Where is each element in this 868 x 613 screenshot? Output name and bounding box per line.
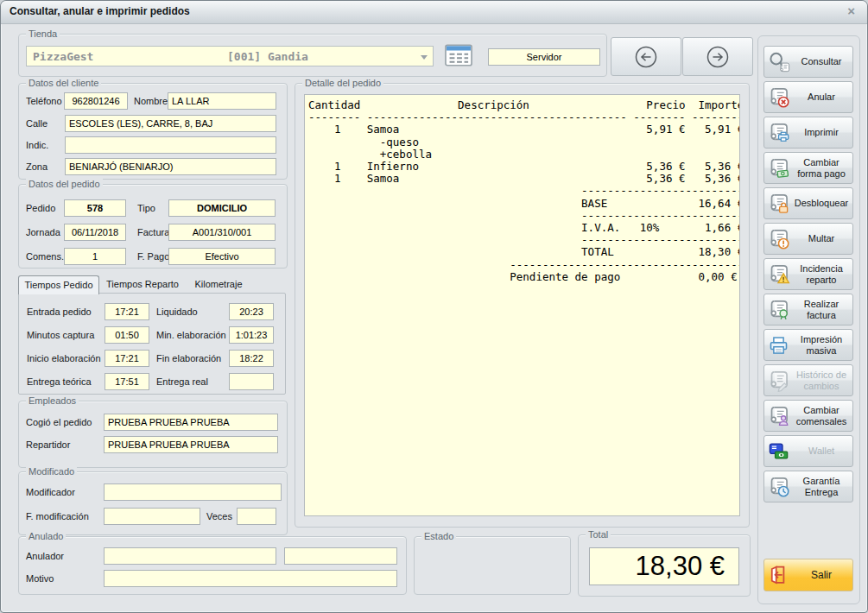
telefono-field[interactable]: 962801246 xyxy=(64,92,128,110)
impresion-masiva-printer-icon xyxy=(764,333,792,357)
cliente-group-label: Datos del cliente xyxy=(26,78,101,88)
incidencia-reparto-button[interactable]: Incidencia reparto xyxy=(763,258,853,290)
wallet-button: Wallet xyxy=(763,435,853,467)
tab-tiempos-pedido[interactable]: Tiempos Pedido xyxy=(18,275,99,294)
impresion-masiva-button[interactable]: Impresión masiva xyxy=(763,329,853,361)
entrega-teorica-label: Entrega teórica xyxy=(27,376,92,387)
desbloquear-button[interactable]: Desbloquear xyxy=(763,187,853,219)
comensales-scroll-person-icon xyxy=(764,404,792,428)
next-order-button[interactable] xyxy=(682,37,753,76)
window-title: Consultar, anular e imprimir pedidos xyxy=(10,5,190,17)
cambiar-forma-pago-scroll-money-icon xyxy=(764,156,792,180)
cliente-group: Datos del cliente Teléfono 962801246 Nom… xyxy=(18,83,288,180)
factura-field[interactable]: A001/310/001 xyxy=(168,224,276,241)
servidor-field[interactable]: Servidor xyxy=(488,48,600,66)
total-group: Total 18,30 € xyxy=(578,534,751,597)
store-combobox[interactable]: PizzaGest [001] Gandia xyxy=(26,46,434,66)
order-detail-text: Cantidad Descripción Precio Importe ----… xyxy=(304,94,740,516)
jornada-field[interactable]: 06/11/2018 xyxy=(64,224,126,241)
min-elaboracion-field[interactable]: 1:01:23 xyxy=(229,326,274,344)
detalle-group: Detalle del pedido Cantidad Descripción … xyxy=(295,83,750,528)
cogio-pedido-label: Cogió el pedido xyxy=(26,417,92,427)
tipo-field[interactable]: DOMICILIO xyxy=(168,199,276,217)
modificador-label: Modificador xyxy=(26,487,75,497)
salir-button[interactable]: Salir xyxy=(763,559,853,591)
estado-group: Estado xyxy=(414,536,571,595)
anulador-field[interactable] xyxy=(104,547,276,565)
previous-order-button[interactable] xyxy=(611,37,681,76)
modificado-group-label: Modificado xyxy=(26,466,77,477)
empleados-group: Empleados Cogió el pedido PRUEBA PRUEBA … xyxy=(18,401,288,468)
pedido-group-label: Datos del pedido xyxy=(26,179,103,189)
anular-scroll-x-icon xyxy=(764,85,792,110)
fin-elaboracion-field[interactable]: 18:22 xyxy=(229,350,274,367)
store-code: [001] Gandia xyxy=(227,50,308,63)
cambiar-comensales-button[interactable]: Cambiar comensales xyxy=(763,400,853,432)
wallet-card-money-icon xyxy=(764,439,792,464)
motivo-field[interactable] xyxy=(104,570,397,587)
realizar-factura-scroll-medal-icon xyxy=(764,298,792,322)
tab-tiempos-reparto[interactable]: Tiempos Reparto xyxy=(101,275,184,294)
desbloquear-scroll-lock-icon xyxy=(764,192,792,216)
fin-elaboracion-label: Fin elaboración xyxy=(156,353,221,363)
inicio-elaboracion-label: Inicio elaboración xyxy=(27,353,101,363)
app-window: Consultar, anular e imprimir pedidos × T… xyxy=(0,0,868,613)
entrega-real-field[interactable] xyxy=(229,373,274,390)
pedido-field[interactable]: 578 xyxy=(64,199,126,217)
exit-door-arrow-icon xyxy=(764,563,792,587)
comens-label: Comens. xyxy=(26,251,64,262)
anulador-label: Anulador xyxy=(26,551,64,561)
indic-label: Indic. xyxy=(26,140,48,150)
factura-label: Factura xyxy=(137,227,169,237)
entrada-pedido-field[interactable]: 17:21 xyxy=(105,303,149,320)
client-area: Tienda PizzaGest [001] Gandia Servidor xyxy=(1,23,867,612)
realizar-factura-button[interactable]: Realizar factura xyxy=(763,294,853,325)
modificador-field[interactable] xyxy=(104,483,282,501)
tab-kilometraje[interactable]: Kilometraje xyxy=(186,275,251,294)
anulado-group: Anulado Anulador Motivo xyxy=(18,536,407,595)
cogio-pedido-field[interactable]: PRUEBA PRUEBA PRUEBA xyxy=(104,414,278,431)
indic-field[interactable] xyxy=(65,136,276,154)
repartidor-label: Repartidor xyxy=(26,439,70,450)
cambiar-forma-pago-button[interactable]: Cambiar forma pago xyxy=(763,152,853,184)
nombre-field[interactable]: LA LLAR xyxy=(168,92,276,110)
entrega-real-label: Entrega real xyxy=(156,376,208,387)
tienda-group: Tienda PizzaGest [001] Gandia Servidor xyxy=(18,34,607,77)
pedido-group: Datos del pedido Pedido 578 Tipo DOMICIL… xyxy=(18,184,288,269)
calle-label: Calle xyxy=(26,118,48,129)
historico-cambios-button: Histórico de cambios xyxy=(763,364,853,396)
minutos-captura-field[interactable]: 01:50 xyxy=(105,326,149,344)
anulador-fecha-field[interactable] xyxy=(284,547,397,565)
garantia-entrega-button[interactable]: Garantía Entrega xyxy=(763,471,853,502)
tiempos-tabs: Tiempos Pedido Tiempos Reparto Kilometra… xyxy=(18,275,286,395)
veces-label: Veces xyxy=(206,511,232,521)
anulado-group-label: Anulado xyxy=(26,531,66,541)
jornada-label: Jornada xyxy=(26,227,60,237)
close-icon[interactable]: × xyxy=(847,3,855,18)
consultar-button[interactable]: Consultar xyxy=(763,46,853,78)
fpago-label: F. Pago xyxy=(137,251,169,262)
consultar-magnifier-icon xyxy=(764,50,792,74)
liquidado-label: Liquidado xyxy=(156,306,198,317)
zona-field[interactable]: BENIARJÓ (BENIARJO) xyxy=(65,158,276,175)
anular-button[interactable]: Anular xyxy=(763,81,853,113)
arrow-right-circle-icon xyxy=(704,43,732,71)
imprimir-button[interactable]: Imprimir xyxy=(763,117,853,149)
estado-group-label: Estado xyxy=(421,531,456,541)
total-group-label: Total xyxy=(586,529,611,540)
liquidado-field[interactable]: 20:23 xyxy=(229,303,274,320)
title-bar: Consultar, anular e imprimir pedidos × xyxy=(1,1,867,24)
calle-field[interactable]: ESCOLES (LES), CARRE, 8, BAJ xyxy=(65,115,276,132)
tipo-label: Tipo xyxy=(137,203,155,213)
arrow-left-circle-icon xyxy=(632,43,660,71)
table-grid-icon[interactable] xyxy=(444,42,473,72)
comens-field[interactable]: 1 xyxy=(64,248,126,265)
entrega-teorica-field[interactable]: 17:51 xyxy=(105,373,149,390)
inicio-elaboracion-field[interactable]: 17:21 xyxy=(105,350,149,367)
fpago-field[interactable]: Efectivo xyxy=(168,248,276,265)
garantia-scroll-clock-icon xyxy=(764,475,792,499)
multar-button[interactable]: Multar xyxy=(763,223,853,255)
veces-field[interactable] xyxy=(237,508,276,525)
repartidor-field[interactable]: PRUEBA PRUEBA PRUEBA xyxy=(104,436,278,453)
fmodificacion-field[interactable] xyxy=(104,508,200,525)
